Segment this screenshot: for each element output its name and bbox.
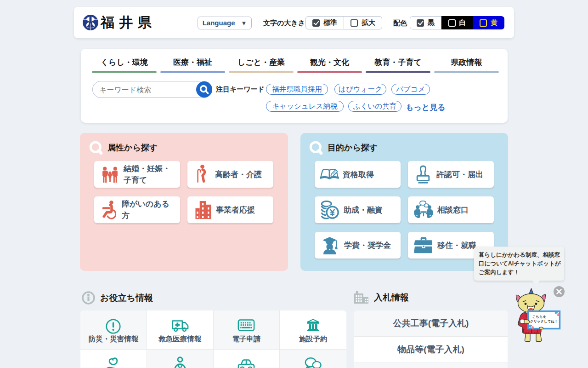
svg-text:クリックしてね！: クリックしてね！	[530, 320, 558, 323]
svg-text:こちらを: こちらを	[532, 315, 546, 319]
